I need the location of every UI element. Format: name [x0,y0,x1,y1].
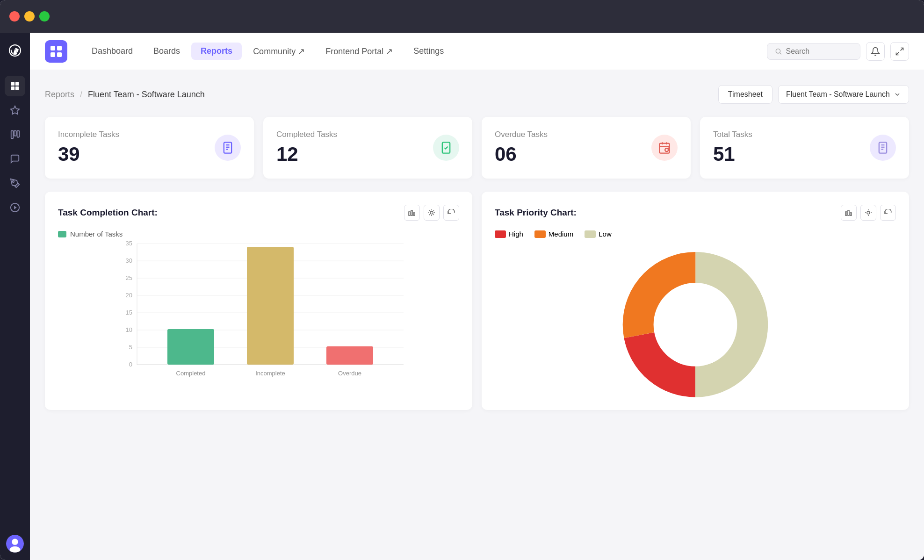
legend-medium-color [534,230,546,238]
chevron-down-icon [894,91,901,98]
incomplete-label: Incomplete Tasks [58,130,119,139]
completed-value: 12 [276,143,337,165]
completed-icon [433,135,459,161]
title-bar [0,0,924,33]
bar-chart-svg: 0 5 10 15 20 25 30 35 [58,244,459,384]
chart-settings-btn[interactable] [424,205,440,221]
search-input[interactable] [786,47,852,56]
incomplete-value: 39 [58,143,119,165]
svg-point-8 [13,181,14,183]
sidebar-item-wordpress[interactable] [5,40,25,61]
top-bar-right [767,42,909,61]
donut-chart-svg [495,245,896,395]
overdue-icon [651,135,678,161]
search-icon [775,47,782,56]
completed-label: Completed Tasks [276,130,337,139]
chart-completion-title: Task Completion Chart: [58,208,158,218]
chart-priority-controls [841,205,896,221]
nav-frontend-portal[interactable]: Frontend Portal ↗ [316,43,402,60]
chart-refresh-btn[interactable] [443,205,459,221]
priority-chart-refresh-btn[interactable] [880,205,896,221]
close-button[interactable] [9,11,20,22]
breadcrumb-current: Fluent Team - Software Launch [88,90,205,100]
stats-row: Incomplete Tasks 39 Completed Tasks 12 [45,117,909,179]
legend-high-label: High [509,230,523,238]
svg-rect-3 [11,86,14,90]
bar-completed [167,329,214,365]
task-completion-chart: Task Completion Chart: [45,192,472,410]
expand-button[interactable] [890,42,909,61]
priority-legend: High Medium Low [495,230,896,238]
maximize-button[interactable] [39,11,50,22]
incomplete-icon [215,135,241,161]
sidebar-item-brush[interactable] [5,173,25,194]
bell-icon [871,47,880,56]
svg-rect-5 [11,131,14,139]
app-window: Dashboard Boards Reports Community ↗ Fro… [0,0,924,560]
svg-text:15: 15 [126,309,132,316]
nav-reports[interactable]: Reports [191,43,242,60]
notification-button[interactable] [866,42,885,61]
priority-chart-settings-btn[interactable] [860,205,876,221]
svg-marker-10 [14,206,17,209]
breadcrumb-actions: Timesheet Fluent Team - Software Launch [718,85,909,104]
chart-completion-header: Task Completion Chart: [58,205,459,221]
top-bar: Dashboard Boards Reports Community ↗ Fro… [30,33,924,70]
svg-text:25: 25 [126,274,132,281]
nav-dashboard[interactable]: Dashboard [82,43,142,60]
project-dropdown-button[interactable]: Fluent Team - Software Launch [778,85,909,104]
svg-point-18 [776,49,780,53]
svg-point-40 [430,211,433,214]
svg-rect-2 [15,82,19,86]
svg-line-32 [668,148,669,149]
svg-rect-17 [57,52,62,57]
legend-high: High [495,230,523,238]
traffic-lights [9,11,50,22]
legend-high-color [495,230,506,238]
svg-text:Completed: Completed [176,370,206,377]
svg-text:35: 35 [126,240,132,247]
bar-overdue [326,346,373,365]
stat-overdue: Overdue Tasks 06 [482,117,691,179]
breadcrumb-separator: / [80,90,82,100]
stat-incomplete: Incomplete Tasks 39 [45,117,254,179]
total-icon [870,135,896,161]
sidebar-item-play[interactable] [5,197,25,218]
priority-chart-bar-btn[interactable] [841,205,857,221]
minimize-button[interactable] [24,11,35,22]
svg-rect-63 [848,210,849,215]
svg-rect-4 [15,86,19,90]
svg-rect-16 [51,52,55,57]
task-priority-chart: Task Priority Chart: [482,192,909,410]
sidebar-item-board[interactable] [5,124,25,145]
svg-text:5: 5 [129,344,132,351]
sidebar-item-chat[interactable] [5,149,25,169]
svg-rect-39 [413,213,415,215]
nav-boards[interactable]: Boards [144,43,189,60]
chart-priority-header: Task Priority Chart: [495,205,896,221]
legend-low-label: Low [599,230,612,238]
sidebar-item-pin[interactable] [5,100,25,121]
svg-point-12 [12,539,18,545]
user-avatar[interactable] [6,535,24,553]
svg-rect-62 [845,212,847,215]
search-box[interactable] [767,43,860,60]
main-content: Dashboard Boards Reports Community ↗ Fro… [30,33,924,560]
timesheet-button[interactable]: Timesheet [718,85,772,104]
legend-low: Low [585,230,612,238]
sidebar-item-dashboard[interactable] [5,76,25,96]
svg-rect-14 [51,46,55,50]
chart-bar-icon-btn[interactable] [404,205,420,221]
legend-color-dot [58,231,66,237]
legend-medium-label: Medium [549,230,573,238]
svg-text:Overdue: Overdue [338,370,361,377]
svg-rect-6 [14,131,16,136]
expand-icon [895,47,904,56]
nav-community[interactable]: Community ↗ [244,43,314,60]
chart-completion-controls [404,205,459,221]
breadcrumb-parent[interactable]: Reports [45,90,74,100]
svg-rect-64 [850,213,852,215]
svg-rect-37 [409,212,410,215]
nav-settings[interactable]: Settings [404,43,453,60]
content-area: Reports / Fluent Team - Software Launch … [30,70,924,560]
